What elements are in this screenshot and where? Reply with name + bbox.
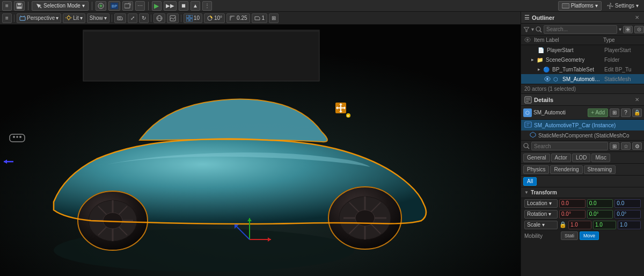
component-row[interactable]: StaticMeshComponent (StaticMeshCo [521,130,644,140]
viewport-menu-button[interactable]: ≡ [2,13,12,23]
details-bookmark-button[interactable]: ☆ [621,142,631,150]
transform-section-label: Transform [531,190,557,195]
tab-actor[interactable]: Actor [551,154,571,162]
details-tabs: General Actor LOD Misc [521,152,644,164]
rotation-y-input[interactable]: 0.0° [587,210,613,219]
svg-rect-8 [125,4,130,8]
camera-mode-button[interactable] [114,13,126,23]
svg-point-82 [546,78,548,80]
grid-snap-button[interactable]: 10 [184,13,202,23]
rotation-label: Rotation [527,211,547,217]
svg-rect-87 [525,122,531,127]
scale-snap-value: 0.25 [237,15,247,21]
transform-section-header[interactable]: ▼ Transform [521,187,644,198]
list-item[interactable]: 📄 PlayerStart PlayerStart [521,45,644,55]
details-settings-icon[interactable]: ⚙ [632,142,642,150]
simulate-button[interactable]: ▶▶ [164,1,177,11]
world-transform-button[interactable] [153,13,165,23]
selection-mode-label: Selection Mode [43,3,80,9]
more-options-btn[interactable]: ⋮ [202,1,212,11]
settings-button[interactable]: Settings ▾ [604,1,642,11]
details-header: Details ✕ [521,94,644,106]
outliner-settings-button[interactable] [634,26,644,33]
rotation-snap-button[interactable]: 10° [204,13,225,23]
platforms-button[interactable]: Platforms ▾ [558,1,602,11]
details-panel: Details ✕ ⬡ SM_Automoti + Add ⊞ ? 🔒 SM_A… [521,94,644,276]
scale-x-input[interactable]: 1.0 [568,221,591,229]
selected-actor-name: SM_AutomotiveTP_Car (Instance) [534,122,616,128]
show-button[interactable]: Show ▾ [87,13,109,23]
extra-play-btn[interactable]: ▲ [191,1,200,11]
rotation-dropdown[interactable]: Rotation ▾ [524,210,558,219]
viewport-layout-button[interactable]: ⊞ [269,13,279,23]
selected-actor-row[interactable]: SM_AutomotiveTP_Car (Instance) [521,120,644,130]
sm-component-icon: ⬡ [523,108,532,117]
tab-all[interactable]: All [523,177,537,186]
actor-count-label: 20 actors (1 selected) [524,86,576,92]
details-search-input[interactable] [531,142,608,150]
selection-mode-button[interactable]: Selection Mode ▾ [32,1,89,11]
outliner-add-button[interactable] [623,26,633,33]
tab-rendering[interactable]: Rendering [550,165,582,174]
list-item[interactable]: ⬡ SM_AutomotiveTi StaticMesh [521,74,644,84]
mobility-move-button[interactable]: Move [580,231,599,240]
location-y-value: 0.0 [589,200,597,206]
add-icon: + [591,110,594,115]
tab-general[interactable]: General [523,154,550,162]
lit-button[interactable]: Lit ▾ [63,13,85,23]
location-z-input[interactable]: 0.0 [614,199,641,208]
outliner-close-button[interactable]: ✕ [633,14,641,21]
move-camera-button[interactable]: ⤢ [128,13,137,23]
list-item[interactable]: ▸ 📁 SceneGeometry Folder [521,55,644,64]
location-dropdown[interactable]: Location ▾ [524,199,558,208]
grid-view-button[interactable]: ⊞ [610,108,619,117]
lock-details-button[interactable]: 🔒 [632,108,642,117]
properties-button[interactable]: ? [621,108,631,117]
location-chevron-icon: ▾ [549,200,552,206]
save-button[interactable] [14,1,25,11]
scale-y-input[interactable]: 1.0 [593,221,616,229]
tab-physics[interactable]: Physics [523,165,549,174]
add-content-button[interactable] [96,1,106,11]
cinematics-button[interactable] [122,1,133,11]
mobility-static-button[interactable]: Stati [561,231,578,240]
details-icon [524,96,532,104]
perspective-chevron-icon: ▾ [56,15,58,21]
list-item[interactable]: ▸ 🔵 BP_TurnTableSet Edit BP_Tu [521,64,644,74]
tab-misc[interactable]: Misc [591,154,610,162]
rotation-z-input[interactable]: 0.0° [614,210,641,219]
right-panel: ☰ Outliner ✕ ▾ ▾ [521,12,644,276]
details-search-icon [523,143,530,149]
tab-streaming[interactable]: Streaming [584,165,616,174]
menu-button[interactable]: ≡ [2,1,12,11]
location-x-input[interactable]: 0.0 [559,199,586,208]
misc-button[interactable]: ⋯ [135,1,145,11]
outliner-header: ☰ Outliner ✕ [521,12,644,24]
scale-snap-button[interactable]: 0.25 [226,13,250,23]
scale-dropdown[interactable]: Scale ▾ [524,221,558,229]
outliner-search-input[interactable] [544,25,617,34]
camera-speed-button[interactable]: 1 [252,13,268,23]
viewport[interactable]: ≡ Perspective ▾ Lit ▾ Show ▾ ⤢ ↻ [0,12,521,276]
separator-3 [148,2,149,10]
details-grid-button[interactable]: ⊞ [610,142,619,150]
rotation-x-input[interactable]: 0.0° [559,210,586,219]
details-close-button[interactable]: ✕ [633,96,641,104]
svg-line-73 [540,31,541,32]
outliner-items: 📄 PlayerStart PlayerStart ▸ 📁 SceneGeome… [521,45,644,84]
stop-button[interactable]: ⏹ [179,1,188,11]
add-component-button[interactable]: + Add [588,108,608,117]
tab-lod[interactable]: LOD [572,154,591,162]
location-y-input[interactable]: 0.0 [587,199,613,208]
rotation-row: Rotation ▾ 0.0° 0.0° 0.0° [521,209,644,220]
orbit-button[interactable]: ↻ [139,13,149,23]
blueprint-button[interactable]: BP [108,1,120,11]
outliner-toolbar: ▾ ▾ [521,24,644,35]
perspective-button[interactable]: Perspective ▾ [17,13,61,23]
surface-snap-button[interactable] [167,13,179,23]
scale-lock-icon[interactable]: 🔒 [559,221,567,228]
viewport-scene: ✦ [0,25,521,276]
rotation-z-value: 0.0° [617,211,626,217]
scale-z-input[interactable]: 1.0 [618,221,641,229]
play-button[interactable]: ▶ [152,1,162,11]
